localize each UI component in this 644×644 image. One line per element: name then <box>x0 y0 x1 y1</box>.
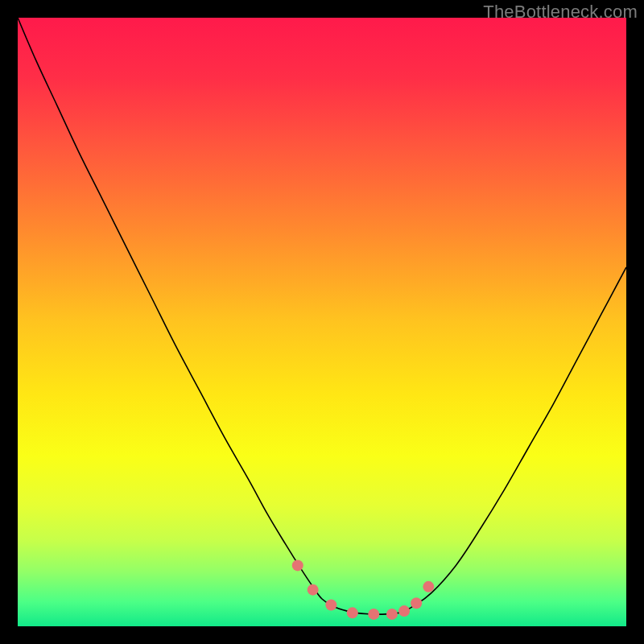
highlight-marker <box>308 584 319 596</box>
highlight-marker <box>292 559 303 571</box>
plot-area <box>18 18 626 626</box>
highlight-marker <box>423 581 434 592</box>
highlight-marker <box>325 600 336 611</box>
highlight-marker <box>368 609 379 620</box>
watermark-text: TheBottleneck.com <box>483 2 638 23</box>
highlight-marker <box>411 597 422 609</box>
highlight-marker <box>347 607 358 618</box>
chart-svg <box>18 18 626 626</box>
gradient-background <box>18 18 626 626</box>
chart-frame: TheBottleneck.com <box>0 0 644 644</box>
highlight-marker <box>386 609 398 620</box>
highlight-marker <box>398 605 410 617</box>
